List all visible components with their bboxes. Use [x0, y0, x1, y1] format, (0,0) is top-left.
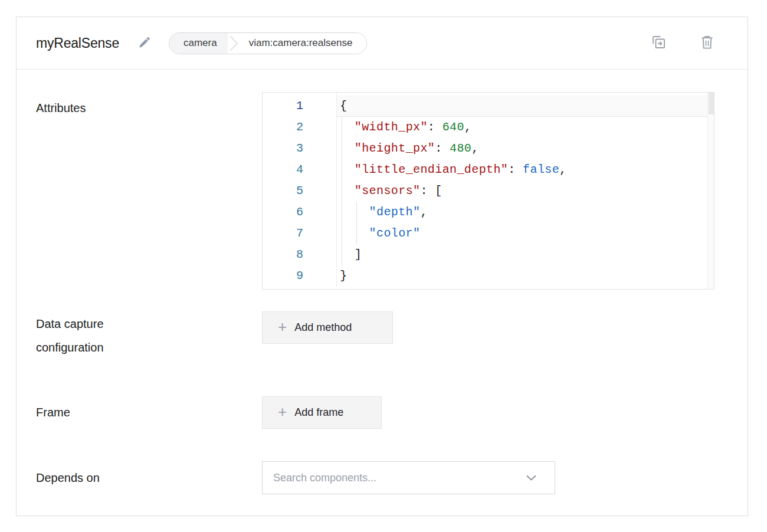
- add-frame-button[interactable]: + Add frame: [262, 396, 382, 429]
- chevron-right-icon: [228, 33, 241, 54]
- code-line: 3 "height_px": 480,: [263, 138, 714, 159]
- indent-guide: [356, 202, 357, 244]
- delete-button[interactable]: [699, 33, 716, 53]
- code-text: }: [336, 265, 714, 287]
- code-text: "sensors": [: [336, 180, 714, 202]
- add-method-button[interactable]: + Add method: [262, 311, 393, 344]
- search-components-input[interactable]: [273, 472, 526, 484]
- code-text: "color": [336, 223, 714, 244]
- editor-scrollbar-thumb[interactable]: [709, 93, 714, 114]
- line-number: 4: [263, 159, 336, 180]
- attributes-label: Attributes: [36, 96, 248, 120]
- depends-on-select[interactable]: [262, 461, 555, 494]
- code-lines: 1{2 "width_px": 640,3 "height_px": 480,4…: [263, 93, 714, 287]
- code-line: 2 "width_px": 640,: [263, 117, 714, 138]
- line-number: 8: [263, 244, 336, 265]
- code-line: 7 "color": [263, 223, 714, 244]
- data-capture-label: Data capture configuration: [36, 312, 172, 359]
- add-frame-label: Add frame: [294, 406, 343, 419]
- line-number: 2: [263, 117, 336, 138]
- trash-icon: [700, 34, 714, 52]
- code-line: 9}: [263, 265, 714, 287]
- add-method-label: Add method: [294, 321, 352, 334]
- line-number: 5: [263, 180, 336, 202]
- frame-label: Frame: [36, 396, 248, 429]
- line-number: 1: [263, 96, 336, 117]
- code-text: "little_endian_depth": false,: [336, 159, 714, 180]
- line-number: 9: [263, 265, 336, 287]
- component-header: myRealSense camera viam:camera:realsense: [17, 17, 748, 70]
- header-actions: [650, 33, 716, 53]
- indent-guide: [342, 117, 342, 265]
- line-number: 3: [263, 138, 336, 159]
- code-line: 6 "depth",: [263, 202, 714, 223]
- pencil-icon: [137, 35, 152, 52]
- editor-scrollbar[interactable]: [707, 93, 714, 289]
- plus-icon: +: [278, 404, 287, 419]
- plus-icon: +: [278, 319, 287, 334]
- chevron-down-icon: [526, 474, 537, 481]
- code-text: "height_px": 480,: [336, 138, 714, 159]
- duplicate-button[interactable]: [650, 33, 668, 53]
- code-text: ]: [336, 244, 714, 265]
- line-number: 6: [263, 202, 336, 223]
- attributes-json-editor[interactable]: 1{2 "width_px": 640,3 "height_px": 480,4…: [262, 92, 714, 290]
- component-name: myRealSense: [36, 35, 119, 51]
- component-type-chip: camera viam:camera:realsense: [169, 32, 367, 54]
- code-line: 4 "little_endian_depth": false,: [263, 159, 714, 180]
- gutter-divider: [336, 93, 337, 287]
- code-text: "width_px": 640,: [336, 117, 714, 138]
- code-text: {: [336, 96, 714, 117]
- duplicate-icon: [651, 34, 667, 52]
- code-line: 5 "sensors": [: [263, 180, 714, 202]
- code-line: 8 ]: [263, 244, 714, 265]
- code-text: "depth",: [336, 202, 714, 223]
- depends-on-label: Depends on: [36, 461, 248, 494]
- component-config-card: myRealSense camera viam:camera:realsense: [16, 17, 748, 516]
- component-model: viam:camera:realsense: [241, 33, 367, 54]
- component-category: camera: [169, 33, 228, 54]
- edit-name-button[interactable]: [136, 34, 153, 53]
- line-number: 7: [263, 223, 336, 244]
- code-line: 1{: [263, 96, 714, 117]
